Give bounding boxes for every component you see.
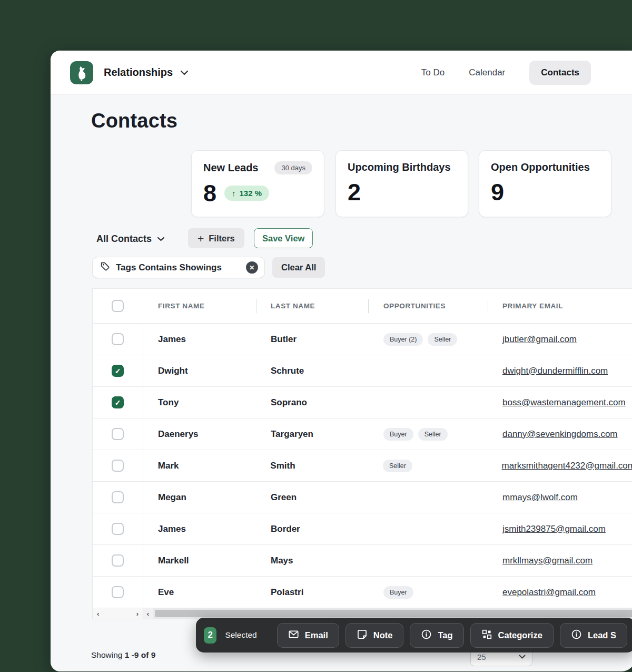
opportunities-cell: Buyer (2)Seller	[368, 333, 488, 346]
table-row[interactable]: James Butler Buyer (2)Seller jbutler@gma…	[93, 324, 632, 355]
remove-filter-icon[interactable]: ✕	[246, 261, 258, 274]
page-size-value: 25	[477, 652, 486, 661]
period-badge: 30 days	[274, 161, 312, 174]
stat-card-open-opportunities: Open Opportunities 9	[479, 150, 611, 217]
change-value: 132 %	[240, 189, 262, 198]
row-checkbox[interactable]	[112, 333, 124, 345]
email-link[interactable]: jsmith239875@gmail.com	[502, 524, 606, 534]
column-header-primary-email[interactable]: PRIMARY EMAIL	[488, 302, 632, 310]
email-button[interactable]: Email	[277, 623, 339, 648]
clear-all-button[interactable]: Clear All	[272, 257, 325, 278]
first-name-cell: James	[143, 524, 256, 534]
checkbox-column-scroll-cell: ‹ ›	[93, 608, 143, 619]
categorize-button[interactable]: Categorize	[470, 623, 554, 648]
column-header-last-name[interactable]: LAST NAME	[256, 302, 368, 310]
plus-icon: +	[197, 233, 204, 244]
tag-button[interactable]: Tag	[410, 623, 463, 648]
email-link[interactable]: marksmithagent4232@gmail.com	[502, 461, 632, 471]
note-icon	[357, 629, 368, 642]
email-link[interactable]: boss@wastemanagement.com	[502, 397, 626, 407]
filters-button[interactable]: + Filters	[188, 228, 244, 248]
select-all-checkbox[interactable]	[112, 300, 124, 312]
row-checkbox[interactable]	[112, 586, 124, 598]
column-header-opportunities[interactable]: OPPORTUNITIES	[368, 302, 488, 310]
row-checkbox[interactable]	[112, 523, 124, 535]
last-name-cell: Smith	[255, 461, 368, 471]
chevron-down-icon	[157, 237, 165, 241]
table-row[interactable]: Markell Mays mrkllmays@gmail.com	[93, 545, 632, 577]
first-name-cell: Eve	[143, 587, 256, 598]
row-checkbox[interactable]	[112, 491, 124, 503]
brand-title: Relationships	[104, 66, 173, 79]
table-header-row: FIRST NAME LAST NAME OPPORTUNITIES PRIMA…	[93, 289, 632, 324]
stat-title: New Leads	[203, 162, 258, 174]
table-row[interactable]: James Border jsmith239875@gmail.com	[93, 513, 632, 545]
table-row[interactable]: Eve Polastri Buyer evepolastri@gmail.com	[93, 577, 632, 608]
first-name-cell: James	[143, 334, 256, 345]
email-link[interactable]: evepolastri@gmail.com	[502, 587, 596, 597]
last-name-cell: Soprano	[256, 397, 368, 408]
note-button[interactable]: Note	[345, 623, 404, 648]
first-name-cell: Markell	[143, 556, 256, 566]
table-body: James Butler Buyer (2)Seller jbutler@gma…	[93, 324, 632, 608]
app-window: Relationships To Do Calendar Contacts Co…	[51, 51, 632, 671]
scrollbar-thumb[interactable]	[155, 610, 632, 617]
nav-item-todo[interactable]: To Do	[421, 67, 445, 78]
last-name-cell: Targaryen	[256, 429, 368, 440]
opportunity-pill: Buyer (2)	[383, 333, 423, 346]
scroll-right-icon[interactable]: ›	[136, 610, 139, 617]
row-checkbox[interactable]	[112, 365, 124, 377]
nav-item-contacts[interactable]: Contacts	[529, 61, 591, 85]
stat-title: Open Opportunities	[491, 161, 590, 173]
email-link[interactable]: danny@sevenkingdoms.com	[502, 429, 618, 439]
table-row[interactable]: Daenerys Targaryen BuyerSeller danny@sev…	[93, 418, 632, 450]
categorize-button-label: Categorize	[498, 630, 542, 640]
view-selector[interactable]: All Contacts	[96, 233, 165, 245]
envelope-icon	[288, 629, 299, 642]
info-circle-icon	[571, 629, 582, 642]
tag-icon	[100, 261, 110, 274]
change-pill: ↑ 132 %	[224, 186, 269, 201]
first-name-cell: Tony	[143, 397, 256, 408]
bulk-action-bar: 2 Selected Email Note Tag Categorize	[196, 618, 632, 652]
email-link[interactable]: mmays@lwolf.com	[502, 492, 578, 502]
save-view-button[interactable]: Save View	[254, 228, 313, 248]
last-name-cell: Schrute	[256, 366, 368, 376]
column-header-first-name[interactable]: FIRST NAME	[143, 302, 256, 310]
filter-chip[interactable]: Tags Contains Showings ✕	[92, 257, 265, 278]
row-checkbox[interactable]	[112, 554, 124, 567]
stat-value: 9	[491, 180, 504, 204]
lead-source-button[interactable]: Lead S	[560, 623, 627, 648]
table-row[interactable]: Megan Green mmays@lwolf.com	[93, 482, 632, 513]
last-name-cell: Border	[256, 524, 368, 534]
table-row[interactable]: Tony Soprano boss@wastemanagement.com	[93, 387, 632, 418]
table-row[interactable]: Dwight Schrute dwight@dundermifflin.com	[93, 355, 632, 387]
wolf-logo-glyph	[73, 64, 91, 82]
nav-items: To Do Calendar Contacts	[421, 61, 591, 85]
email-link[interactable]: dwight@dundermifflin.com	[502, 366, 608, 376]
row-checkbox[interactable]	[112, 460, 124, 472]
scroll-left-icon[interactable]: ‹	[147, 610, 149, 617]
first-name-cell: Daenerys	[143, 429, 256, 440]
chevron-down-icon[interactable]	[180, 70, 189, 75]
filter-chip-label: Tags Contains Showings	[116, 262, 222, 273]
opportunity-pill: Seller	[418, 428, 448, 441]
showing-label: Showing	[91, 650, 122, 659]
scroll-left-icon[interactable]: ‹	[97, 610, 99, 617]
table-row[interactable]: Mark Smith Seller marksmithagent4232@gma…	[93, 450, 632, 482]
nav-item-calendar[interactable]: Calendar	[469, 67, 505, 78]
row-checkbox[interactable]	[112, 396, 124, 408]
scrollbar-track[interactable]	[153, 608, 632, 619]
first-name-cell: Dwight	[143, 366, 256, 376]
last-name-cell: Butler	[256, 334, 368, 345]
opportunities-cell: BuyerSeller	[368, 428, 488, 441]
opportunities-cell: Seller	[368, 460, 487, 472]
wolf-logo-icon[interactable]	[70, 61, 93, 84]
opportunity-pill: Buyer	[383, 586, 413, 599]
row-checkbox[interactable]	[112, 428, 124, 440]
filters-button-label: Filters	[209, 233, 235, 244]
email-link[interactable]: jbutler@gmail.com	[502, 334, 577, 344]
selected-count-badge: 2	[204, 627, 216, 644]
email-link[interactable]: mrkllmays@gmail.com	[502, 556, 592, 566]
stat-card-new-leads: New Leads 30 days 8 ↑ 132 %	[191, 150, 324, 217]
